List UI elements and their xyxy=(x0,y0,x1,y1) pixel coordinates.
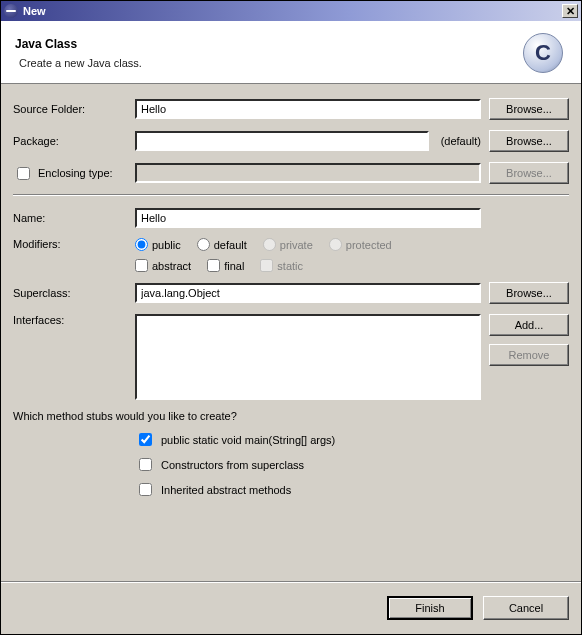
enclosing-type-row: Enclosing type: Browse... xyxy=(13,162,569,184)
modifier-default[interactable]: default xyxy=(197,238,247,251)
class-icon: C xyxy=(523,33,563,73)
modifier-static: static xyxy=(260,259,303,272)
interfaces-row: Interfaces: Add... Remove xyxy=(13,314,569,400)
radio-public[interactable] xyxy=(135,238,148,251)
close-button[interactable]: ✕ xyxy=(562,4,578,18)
page-subtitle: Create a new Java class. xyxy=(15,57,523,69)
enclosing-type-checkbox[interactable] xyxy=(17,167,30,180)
close-icon: ✕ xyxy=(566,6,575,17)
separator xyxy=(13,194,569,196)
modifier-final[interactable]: final xyxy=(207,259,244,272)
cancel-button[interactable]: Cancel xyxy=(483,596,569,620)
package-row: Package: (default) Browse... xyxy=(13,130,569,152)
dialog-footer: Finish Cancel xyxy=(1,581,581,634)
browse-source-folder-button[interactable]: Browse... xyxy=(489,98,569,120)
name-input[interactable] xyxy=(135,208,481,228)
stub-constructors[interactable]: Constructors from superclass xyxy=(135,455,569,474)
finish-button[interactable]: Finish xyxy=(387,596,473,620)
superclass-input[interactable] xyxy=(135,283,481,303)
titlebar: New ✕ xyxy=(1,1,581,21)
method-stubs-section: Which method stubs would you like to cre… xyxy=(13,410,569,499)
header-text: Java Class Create a new Java class. xyxy=(15,37,523,69)
checkbox-inherited[interactable] xyxy=(139,483,152,496)
radio-default[interactable] xyxy=(197,238,210,251)
eclipse-icon xyxy=(4,4,18,18)
page-title: Java Class xyxy=(15,37,523,51)
checkbox-static xyxy=(260,259,273,272)
checkbox-final[interactable] xyxy=(207,259,220,272)
content-area: Source Folder: Browse... Package: (defau… xyxy=(1,84,581,581)
header-panel: Java Class Create a new Java class. C xyxy=(1,21,581,84)
package-input[interactable] xyxy=(135,131,429,151)
radio-protected xyxy=(329,238,342,251)
source-folder-row: Source Folder: Browse... xyxy=(13,98,569,120)
interfaces-listbox[interactable] xyxy=(135,314,481,400)
browse-package-button[interactable]: Browse... xyxy=(489,130,569,152)
window-title: New xyxy=(23,5,562,17)
browse-enclosing-type-button: Browse... xyxy=(489,162,569,184)
stub-main[interactable]: public static void main(String[] args) xyxy=(135,430,569,449)
modifier-private: private xyxy=(263,238,313,251)
superclass-row: Superclass: Browse... xyxy=(13,282,569,304)
modifiers-label: Modifiers: xyxy=(13,238,135,250)
package-default-suffix: (default) xyxy=(441,135,481,147)
enclosing-type-label: Enclosing type: xyxy=(38,167,113,179)
name-row: Name: xyxy=(13,208,569,228)
interfaces-label: Interfaces: xyxy=(13,314,135,326)
stub-inherited[interactable]: Inherited abstract methods xyxy=(135,480,569,499)
checkbox-main[interactable] xyxy=(139,433,152,446)
enclosing-type-input xyxy=(135,163,481,183)
radio-private xyxy=(263,238,276,251)
source-folder-label: Source Folder: xyxy=(13,103,135,115)
checkbox-abstract[interactable] xyxy=(135,259,148,272)
remove-interface-button: Remove xyxy=(489,344,569,366)
superclass-label: Superclass: xyxy=(13,287,135,299)
method-stubs-question: Which method stubs would you like to cre… xyxy=(13,410,569,422)
modifier-protected: protected xyxy=(329,238,392,251)
browse-superclass-button[interactable]: Browse... xyxy=(489,282,569,304)
dialog-window: New ✕ Java Class Create a new Java class… xyxy=(0,0,582,635)
modifier-public[interactable]: public xyxy=(135,238,181,251)
source-folder-input[interactable] xyxy=(135,99,481,119)
modifiers-row: Modifiers: public default private protec… xyxy=(13,238,569,272)
add-interface-button[interactable]: Add... xyxy=(489,314,569,336)
name-label: Name: xyxy=(13,212,135,224)
package-label: Package: xyxy=(13,135,135,147)
modifier-abstract[interactable]: abstract xyxy=(135,259,191,272)
checkbox-constructors[interactable] xyxy=(139,458,152,471)
